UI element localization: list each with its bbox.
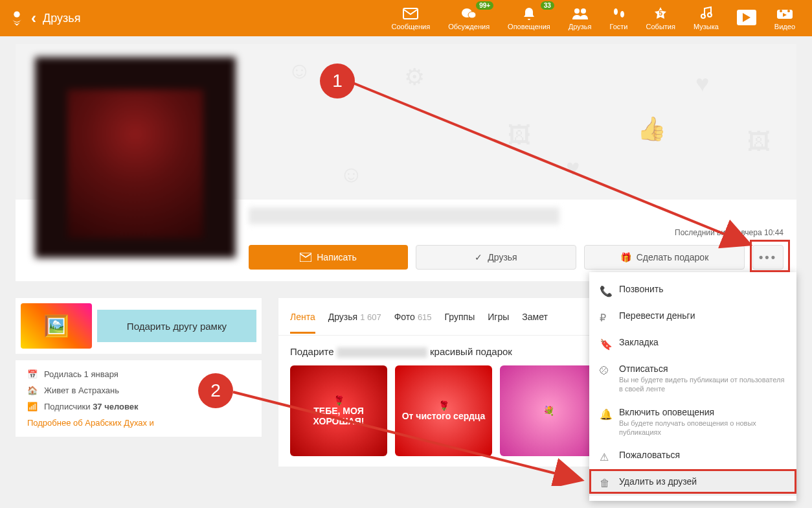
more-actions-button[interactable]: ••• (752, 245, 784, 270)
play-icon (737, 10, 756, 25)
tab-feed[interactable]: Лента (290, 300, 315, 334)
tab-notes[interactable]: Замет (522, 300, 548, 334)
phone-icon: 📞 (600, 285, 611, 297)
badge: 99+ (476, 1, 493, 10)
gift-frame-widget[interactable]: 🖼️ Подарить другу рамку (16, 298, 262, 354)
rss-icon: 📶 (27, 402, 38, 411)
dropdown-bookmark[interactable]: 🔖 Закладка (589, 330, 796, 357)
bell-icon (523, 6, 536, 21)
footsteps-icon (612, 6, 626, 21)
svg-point-9 (780, 10, 782, 12)
calendar-icon: 📅 (27, 369, 38, 379)
tab-friends[interactable]: Друзья1 607 (328, 300, 381, 334)
blurred-name (337, 347, 427, 358)
location-icon: 🏠 (27, 386, 38, 395)
profile-name-blurred (249, 207, 559, 224)
tab-groups[interactable]: Группы (445, 300, 475, 334)
dropdown-report[interactable]: ⚠ Пожаловаться (589, 443, 796, 470)
friends-status-button[interactable]: ✓ Друзья (416, 245, 576, 270)
dropdown-remove-friend[interactable]: 🗑 Удалить из друзей (589, 470, 796, 496)
top-header: ‹ Друзья Сообщения 99+ Обсуждения 33 Опо… (0, 0, 812, 36)
alert-icon: ⚠ (600, 451, 611, 463)
top-nav: Сообщения 99+ Обсуждения 33 Оповещения Д… (382, 3, 804, 34)
tab-photos[interactable]: Фото615 (394, 300, 432, 334)
video-icon (776, 6, 793, 21)
svg-point-3 (468, 12, 476, 18)
profile-photo[interactable] (35, 57, 236, 258)
profile-actions: Написать ✓ Друзья 🎁 Сделать подарок ••• (249, 245, 784, 270)
chat-icon (461, 6, 477, 21)
music-icon (699, 6, 712, 21)
gift-card[interactable]: 🌹ТЕБЕ, МОЯ ХОРОШАЯ! (290, 365, 387, 456)
bookmark-icon: 🔖 (600, 338, 611, 351)
annotation-badge-2: 2 (198, 373, 233, 408)
send-gift-button[interactable]: 🎁 Сделать подарок (584, 245, 745, 270)
nav-play[interactable] (728, 3, 765, 34)
nav-discussions[interactable]: 99+ Обсуждения (439, 3, 499, 34)
dots-icon: ••• (759, 251, 777, 264)
badge: 33 (541, 1, 554, 10)
envelope-icon (403, 6, 418, 21)
svg-point-4 (574, 8, 580, 14)
gift-icon: 🎁 (620, 252, 631, 262)
gift-frame-image: 🖼️ (21, 303, 92, 349)
nav-video[interactable]: Видео (765, 3, 804, 34)
trash-icon: 🗑 (600, 478, 611, 489)
nav-messages[interactable]: Сообщения (382, 3, 439, 34)
write-message-button[interactable]: Написать (249, 245, 408, 270)
profile-cover: ☺ ⚙ 🖼 ☺ ♥ 👍 ♥ 🖼 Последний визит: вчера 1… (16, 44, 796, 281)
ruble-icon: ₽ (600, 312, 611, 324)
gift-card[interactable]: 🌹От чистого сердца (395, 365, 492, 456)
more-actions-dropdown: 📞 Позвонить ₽ Перевести деньги 🔖 Закладк… (589, 272, 796, 501)
back-button[interactable]: ‹ Друзья (31, 9, 80, 27)
ok-logo-icon (8, 9, 26, 27)
nav-guests[interactable]: Гости (600, 3, 637, 34)
tab-games[interactable]: Игры (488, 300, 509, 334)
info-more-link[interactable]: Подробнее об Арабских Духах и (27, 418, 250, 428)
left-sidebar: 🖼️ Подарить другу рамку 📅Родилась 1 янва… (16, 298, 262, 443)
star-icon: 5 (653, 6, 668, 21)
nav-events[interactable]: 5 События (637, 3, 684, 34)
page-title: Друзья (43, 12, 80, 25)
envelope-icon (300, 253, 311, 262)
bell-icon: 🔔 (600, 408, 611, 421)
dropdown-call[interactable]: 📞 Позвонить (589, 277, 796, 304)
gift-frame-banner: Подарить другу рамку (97, 310, 256, 342)
svg-point-0 (14, 12, 19, 17)
svg-point-5 (581, 8, 586, 14)
check-icon: ✓ (475, 252, 482, 262)
svg-point-7 (620, 11, 624, 17)
svg-point-10 (787, 10, 790, 12)
nav-music[interactable]: Музыка (684, 3, 728, 34)
nav-friends[interactable]: Друзья (559, 3, 601, 34)
gift-card[interactable]: 💐 (500, 365, 597, 456)
dropdown-enable-notifications[interactable]: 🔔 Включить оповещенияВы будете получать … (589, 400, 796, 444)
people-icon (572, 6, 589, 21)
nav-notifications[interactable]: 33 Оповещения (499, 3, 559, 34)
last-visit: Последний визит: вчера 10:44 (249, 228, 784, 237)
dropdown-unsubscribe[interactable]: ⛒ ОтписатьсяВы не будете видеть публикац… (589, 357, 796, 400)
dropdown-transfer-money[interactable]: ₽ Перевести деньги (589, 304, 796, 330)
chevron-left-icon: ‹ (31, 9, 36, 27)
svg-point-6 (614, 8, 618, 15)
unsubscribe-icon: ⛒ (600, 365, 611, 376)
annotation-badge-1: 1 (320, 64, 355, 98)
